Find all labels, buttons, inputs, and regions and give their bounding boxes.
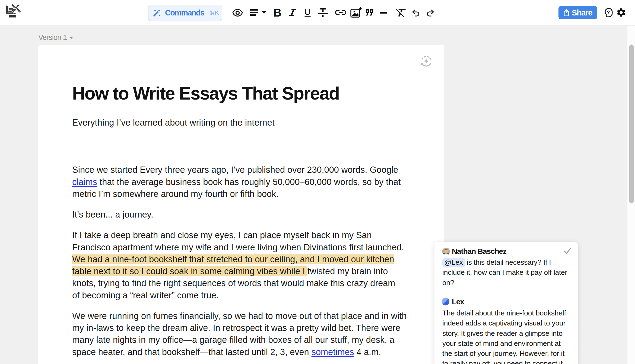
svg-text:?: ? [607, 9, 610, 15]
